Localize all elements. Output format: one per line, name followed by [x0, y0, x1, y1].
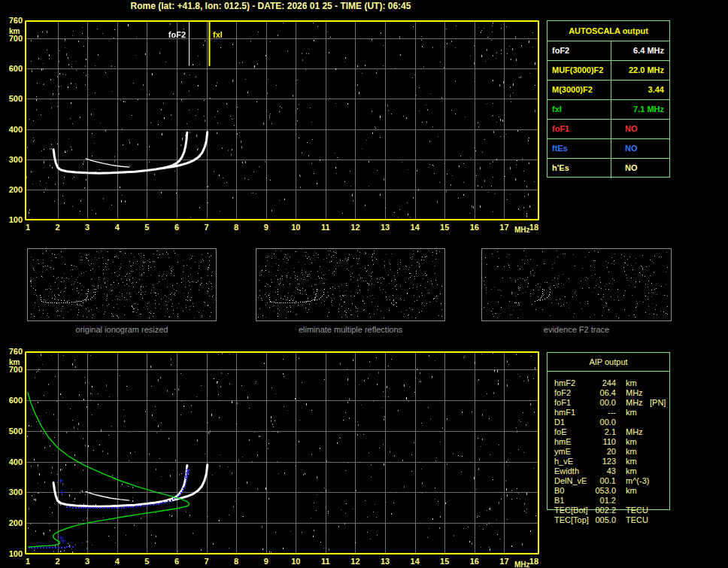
x-tick-label: 6 [169, 557, 184, 566]
aip-param-note: [PN] [650, 398, 666, 408]
autoscala-row-foF1: foF1NO [548, 120, 669, 139]
panel-evidence-f2-trace [481, 248, 672, 321]
autoscala-table-rows: foF26.4 MHzMUF(3000)F222.0 MHzM(3000)F23… [548, 41, 669, 178]
page-title: Rome (lat: +41.8, lon: 012.5) - DATE: 20… [0, 1, 541, 11]
aip-param-value: 244 [593, 378, 616, 388]
aip-table-rows: hmF2244kmfoF206.4MHzfoF100.0MHz[PN]hmF1-… [554, 378, 675, 525]
aip-param-unit: km [626, 486, 648, 496]
aip-param-value: 053.0 [593, 486, 616, 496]
aip-row-h_vE: h_vE123km [554, 457, 675, 466]
x-tick-label: 9 [259, 223, 274, 232]
autoscala-param-value: NO [611, 139, 669, 158]
x-tick-label: 8 [229, 557, 244, 566]
aip-param-unit: km [626, 378, 648, 388]
x-tick-label: 10 [288, 557, 303, 566]
x-tick-label: 15 [437, 557, 452, 566]
aip-param-value: 06.4 [593, 388, 616, 398]
aip-param-value: 00.0 [593, 398, 616, 408]
autoscala-param-label: foF2 [548, 41, 611, 60]
aip-param-label: foF1 [554, 398, 593, 408]
aip-param-label: foF2 [554, 388, 593, 398]
aip-param-value: 110 [593, 437, 616, 447]
top-chart-x-unit-label: MHz [514, 226, 530, 234]
x-tick-label: 8 [229, 223, 244, 232]
aip-row-foF1: foF100.0MHz[PN] [554, 398, 675, 408]
aip-row-ymE: ymE20km [554, 447, 675, 457]
aip-param-unit: km [626, 457, 648, 466]
aip-table-header: AIP output [548, 353, 669, 372]
autoscala-row-fxI: fxI7.1 MHz [548, 100, 669, 120]
y-tick-label: 400 [0, 125, 23, 134]
y-tick-label: 700 [0, 365, 23, 374]
aip-param-label: D1 [554, 418, 593, 427]
autoscala-output-table: AUTOSCALA output foF26.4 MHzMUF(3000)F22… [547, 20, 670, 178]
x-tick-label: 9 [259, 557, 274, 566]
aip-param-label: foE [554, 427, 593, 437]
x-tick-label: 13 [378, 223, 393, 232]
aip-param-label: B1 [554, 496, 593, 506]
aip-param-unit: km [626, 437, 648, 447]
aip-param-unit: TECU [626, 506, 648, 515]
aip-param-unit: MHz [626, 388, 648, 398]
y-tick-label: 100 [0, 215, 23, 224]
aip-param-value: 43 [593, 466, 616, 476]
aip-param-label: B0 [554, 486, 593, 496]
aip-param-unit: MHz [626, 398, 648, 408]
aip-row-hmF2: hmF2244km [554, 378, 675, 388]
autoscala-param-value: 7.1 MHz [611, 100, 669, 119]
autoscala-param-value: 3.44 [611, 80, 669, 99]
autoscala-param-label: MUF(3000)F2 [548, 61, 611, 80]
autoscala-row-ftEs: ftEsNO [548, 139, 669, 159]
x-tick-label: 11 [318, 557, 333, 566]
aip-row-TEC[Bot]: TEC[Bot]002.2TECU [554, 506, 675, 515]
aip-param-value: 20 [593, 447, 616, 457]
top-chart-y-unit-label: km [9, 27, 20, 35]
autoscala-param-value: NO [611, 159, 669, 178]
x-tick-label: 10 [288, 223, 303, 232]
autoscala-param-value: NO [611, 120, 669, 138]
y-tick-label: 600 [0, 64, 23, 73]
x-tick-label: 4 [110, 557, 125, 566]
autoscala-row-foF2: foF26.4 MHz [548, 41, 669, 61]
bottom-chart-x-unit-label: MHz [514, 560, 530, 568]
autoscala-row-MUF(3000)F2: MUF(3000)F222.0 MHz [548, 61, 669, 80]
x-tick-label: 6 [169, 223, 184, 232]
x-tick-label: 17 [496, 223, 511, 232]
aip-param-label: DelN_vE [554, 476, 593, 486]
aip-row-D1: D100.0 [554, 418, 675, 427]
x-tick-label: 17 [496, 557, 511, 566]
autoscala-param-label: M(3000)F2 [548, 80, 611, 99]
panel-original-ionogram [27, 248, 217, 321]
x-tick-label: 16 [467, 557, 482, 566]
x-tick-label: 3 [80, 557, 95, 566]
y-tick-label: 760 [0, 347, 23, 356]
y-tick-label: 500 [0, 427, 23, 436]
x-tick-label: 15 [437, 223, 452, 232]
aip-param-unit: MHz [626, 427, 648, 437]
bottom-ionogram-chart [25, 351, 539, 554]
x-tick-label: 5 [139, 223, 154, 232]
y-tick-label: 100 [0, 549, 23, 558]
aip-param-unit: TECU [626, 515, 648, 525]
y-tick-label: 600 [0, 396, 23, 405]
x-tick-label: 7 [199, 557, 214, 566]
x-tick-label: 2 [50, 557, 65, 566]
top-ionogram-chart [25, 20, 539, 220]
x-tick-label: 3 [80, 223, 95, 232]
aip-row-foF2: foF206.4MHz [554, 388, 675, 398]
panel-eliminate-reflections-canvas [256, 249, 444, 320]
aip-param-label: hmF1 [554, 408, 593, 418]
aip-param-unit: m^(-3) [626, 476, 648, 486]
aip-param-label: h_vE [554, 457, 593, 466]
aip-param-value: --- [593, 408, 616, 418]
aip-row-hmF1: hmF1---km [554, 408, 675, 418]
aip-row-DelN_vE: DelN_vE00.1m^(-3) [554, 476, 675, 486]
autoscala-param-value: 22.0 MHz [611, 61, 669, 80]
aip-param-value: 002.2 [593, 506, 616, 515]
panel-evidence-f2-trace-canvas [482, 249, 671, 320]
x-tick-label: 12 [347, 223, 362, 232]
aip-param-label: TEC[Top] [554, 515, 593, 525]
autoscala-table-header: AUTOSCALA output [548, 21, 669, 41]
x-tick-label: 4 [110, 223, 125, 232]
x-tick-label: 5 [139, 557, 154, 566]
